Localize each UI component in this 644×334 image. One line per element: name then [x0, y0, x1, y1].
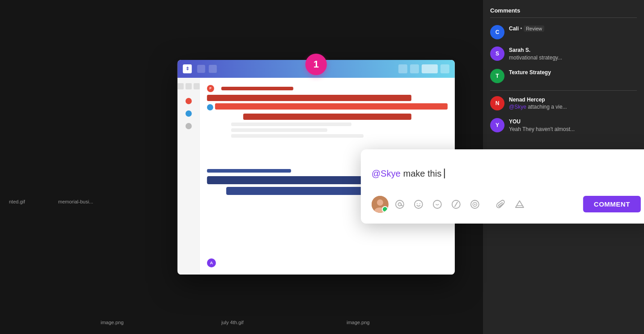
gantt-bar [243, 114, 411, 120]
header-icon [197, 65, 205, 73]
comment-text: • [520, 25, 524, 32]
commenter-name: Texture Strategy [509, 69, 551, 76]
commenter-name: Nenad Hercep [509, 96, 567, 104]
header-icon [209, 65, 217, 73]
text-cursor [444, 169, 445, 178]
bg-label-july: july 4th.gif [221, 320, 244, 325]
svg-point-2 [396, 200, 404, 208]
target-icon[interactable] [469, 199, 481, 210]
bg-label-memorial: memorial-busi... [58, 199, 93, 204]
toolbar-icons [178, 83, 200, 89]
header-search-icon[interactable] [410, 64, 419, 73]
header-bell-icon[interactable] [398, 64, 407, 73]
gantt-bar [215, 103, 448, 110]
avatar: N [490, 96, 504, 110]
row-indicator-dot [185, 98, 191, 104]
toolbar-icon[interactable] [185, 83, 191, 89]
gantt-row [207, 103, 448, 112]
drive-icon[interactable] [514, 199, 525, 210]
comment-footer: COMMENT [372, 196, 641, 213]
gantt-bar-placeholder [231, 128, 327, 132]
comment-toolbar-icons [394, 199, 525, 210]
gantt-bar-placeholder [231, 123, 352, 126]
sidebar-title-text: Comments [490, 7, 520, 14]
gantt-row-header: F [207, 85, 448, 92]
bottom-avatar: A [207, 258, 216, 267]
toolbar-icon[interactable] [178, 83, 184, 89]
header-icons [398, 64, 449, 73]
comment-body-text: make this [403, 167, 442, 180]
header-menu-icon[interactable] [422, 64, 438, 73]
avatar-svg [372, 196, 389, 213]
commenter-name: Sarah S. [509, 47, 562, 54]
avatar: S [490, 47, 504, 61]
commenter-name: Cali [509, 25, 519, 32]
comment-preview: motivational strategy... [509, 54, 562, 62]
svg-point-3 [398, 203, 401, 206]
list-item[interactable]: Y YOU Yeah They haven't almost... [490, 118, 637, 133]
svg-point-12 [474, 203, 475, 205]
svg-point-5 [417, 203, 418, 204]
avatar: Y [490, 118, 504, 132]
slash-icon[interactable] [450, 199, 462, 210]
svg-line-9 [455, 202, 458, 207]
toolbar-icon[interactable] [193, 83, 199, 89]
bg-label-nted: nted.gif [9, 199, 25, 204]
commenter-name: YOU [509, 118, 575, 126]
comment-mention: @Skye [372, 167, 401, 180]
gantt-dot-indicator [207, 104, 213, 110]
sidebar-divider: N Nenad Hercep @Skye attaching a vie... [490, 90, 637, 111]
header-profile-icon[interactable] [441, 64, 449, 73]
bg-label-image2: image.png [347, 320, 369, 325]
notification-badge: 1 [305, 54, 327, 75]
gantt-section-red: F [207, 85, 448, 138]
logo-icon: ⇕ [186, 66, 189, 71]
attach-icon[interactable] [495, 199, 507, 210]
emoji-icon[interactable] [413, 199, 424, 210]
row-indicator-dot [185, 123, 191, 129]
list-item[interactable]: C Cali • Review [490, 25, 637, 39]
smiley-icon[interactable] [432, 199, 443, 210]
list-item[interactable]: N Nenad Hercep @Skye attaching a vie... [490, 96, 637, 111]
avatar: T [490, 69, 504, 83]
list-item[interactable]: S Sarah S. motivational strategy... [490, 47, 637, 62]
comment-popup: @Skye make this [361, 149, 644, 224]
comment-preview: @Skye attaching a vie... [509, 103, 567, 111]
gantt-bar [207, 95, 411, 101]
list-item[interactable]: T Texture Strategy [490, 69, 637, 83]
bg-label-image: image.png [101, 320, 123, 325]
at-mention-icon[interactable] [394, 199, 406, 210]
svg-point-7 [433, 200, 441, 208]
modal-container: 1 ⇕ [169, 60, 464, 275]
gantt-label-bar [207, 169, 291, 173]
svg-point-6 [419, 203, 420, 204]
gantt-bar-placeholder [231, 134, 364, 138]
svg-point-4 [415, 200, 423, 208]
notification-count: 1 [314, 59, 319, 70]
avatar-face [372, 196, 389, 213]
comment-submit-button[interactable]: COMMENT [583, 196, 641, 212]
avatar: C [490, 25, 504, 39]
comment-input-area[interactable]: @Skye make this [372, 160, 641, 187]
comment-tag: Review [524, 25, 544, 32]
comment-preview: Yeah They haven't almost... [509, 126, 575, 133]
gantt-avatar: F [207, 85, 214, 92]
gantt-bar-label [221, 87, 293, 90]
commenter-avatar [372, 196, 389, 213]
row-indicator-dot [185, 110, 191, 117]
preview-logo: ⇕ [183, 64, 192, 73]
sidebar-title: Comments [490, 7, 637, 18]
preview-left-sidebar [178, 78, 200, 275]
svg-point-1 [377, 199, 383, 206]
